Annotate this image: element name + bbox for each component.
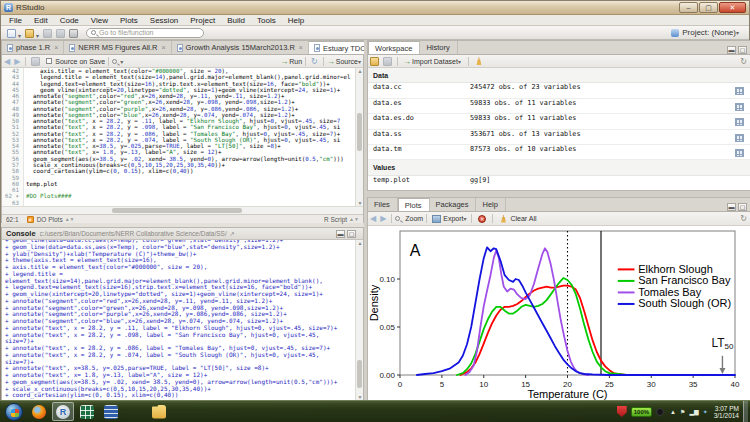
view-data-grid-icon[interactable]: [735, 134, 744, 142]
console-output[interactable]: + geom_line(data=data.cc,aes(x=Temp), co…: [2, 240, 355, 400]
scroll-up-icon[interactable]: ▲: [357, 240, 363, 246]
view-data-grid-icon[interactable]: [735, 103, 744, 111]
action-center-flag-icon[interactable]: ⚑: [680, 408, 685, 415]
close-icon[interactable]: ×: [299, 44, 303, 51]
scroll-up-icon[interactable]: ▲: [357, 68, 363, 74]
console-vertical-scrollbar[interactable]: ▲ ▼: [355, 240, 363, 400]
close-icon[interactable]: ×: [161, 44, 165, 51]
load-workspace-icon[interactable]: [370, 57, 379, 66]
refresh-icon[interactable]: ↻: [740, 214, 750, 223]
taskbar-explorer-button[interactable]: [148, 402, 170, 421]
workspace-object-data.cc[interactable]: data.cc245472 obs. of 23 variables: [368, 83, 750, 98]
maximize-pane-button[interactable]: ▢: [738, 46, 747, 54]
wireless-icon[interactable]: ✦: [703, 408, 708, 415]
open-file-icon[interactable]: [25, 29, 34, 38]
code-editor[interactable]: 4243444546474849505152535455565758596061…: [2, 68, 363, 206]
show-desktop-button[interactable]: [743, 401, 748, 422]
workspace-object-data.es[interactable]: data.es59833 obs. of 11 variables: [368, 99, 750, 114]
start-button[interactable]: [5, 403, 23, 421]
save-icon[interactable]: [31, 57, 40, 66]
menu-project[interactable]: Project: [184, 16, 221, 25]
taskbar-firefox-button[interactable]: [28, 402, 50, 421]
minimize-pane-button[interactable]: ▬: [727, 46, 736, 54]
view-data-grid-icon[interactable]: [735, 87, 744, 95]
console-line: + annotate("text", x = 28.2, y = .074, l…: [5, 352, 355, 359]
minimize-pane-button[interactable]: ▬: [336, 230, 345, 238]
previous-plot-icon[interactable]: ◀: [370, 214, 376, 223]
save-icon[interactable]: [43, 29, 52, 38]
show-hidden-icons-icon[interactable]: ▲: [670, 409, 676, 415]
title-bar[interactable]: R RStudio – ▢ ✕: [1, 1, 749, 15]
rstudio-icon: R: [56, 405, 70, 419]
project-selector[interactable]: Project: (None) ▾: [671, 28, 745, 37]
tab-plots[interactable]: Plots: [398, 198, 430, 211]
view-data-grid-icon[interactable]: [735, 118, 744, 126]
workspace-object-data.ss[interactable]: data.ss353671 obs. of 13 variables: [368, 130, 750, 145]
zoom-plot-button[interactable]: Zoom: [405, 215, 423, 222]
taskbar-rstudio-button[interactable]: R: [52, 402, 74, 421]
editor-vertical-scrollbar[interactable]: ▲ ▼: [355, 68, 363, 206]
close-icon[interactable]: ×: [54, 44, 58, 51]
save-workspace-icon[interactable]: [383, 57, 392, 66]
tab-phase-1-r[interactable]: phase 1.R×: [2, 41, 64, 54]
section-navigator[interactable]: DO Plots: [37, 216, 63, 223]
close-button[interactable]: ✕: [719, 2, 746, 13]
antivirus-tray-icon[interactable]: [617, 406, 627, 417]
save-all-icon[interactable]: [56, 29, 65, 38]
workspace-object-temp.plot[interactable]: temp.plotgg[9]: [368, 176, 750, 190]
rerun-icon[interactable]: ↻: [311, 57, 318, 66]
maximize-pane-button[interactable]: ▢: [347, 230, 356, 238]
minimize-button[interactable]: –: [679, 2, 698, 13]
maximize-pane-button[interactable]: ▢: [738, 203, 747, 211]
minimize-pane-button[interactable]: ▬: [727, 203, 736, 211]
source-on-save-checkbox[interactable]: [46, 58, 52, 64]
popout-icon[interactable]: ↗: [230, 230, 235, 237]
goto-file-input[interactable]: Go to file/function: [86, 28, 204, 38]
menu-view[interactable]: View: [85, 16, 114, 25]
menu-session[interactable]: Session: [144, 16, 184, 25]
tray-app-icon[interactable]: [656, 408, 664, 416]
source-button[interactable]: Source: [336, 58, 358, 65]
network-icon[interactable]: ▂▆: [689, 408, 698, 415]
maximize-button[interactable]: ▢: [699, 2, 718, 13]
run-button[interactable]: Run: [289, 58, 302, 65]
doc-type-selector[interactable]: R Script: [324, 216, 347, 223]
menu-plots[interactable]: Plots: [114, 16, 144, 25]
workspace-object-data.tm[interactable]: data.tm87573 obs. of 10 variables: [368, 145, 750, 160]
tab-files[interactable]: Files: [368, 198, 398, 211]
workspace-object-data.es.do[interactable]: data.es.do59833 obs. of 11 variables: [368, 114, 750, 129]
next-plot-icon[interactable]: ▶: [380, 214, 386, 223]
tab-growth-analysis-15march2013-r[interactable]: Growth Analysis 15March2013.R×: [172, 41, 309, 54]
print-icon[interactable]: [69, 29, 78, 38]
tab-workspace[interactable]: Workspace: [368, 41, 420, 54]
tab-history[interactable]: History: [420, 41, 457, 54]
tab-help[interactable]: Help: [476, 198, 505, 211]
clear-all-plots-button[interactable]: Clear All: [510, 215, 536, 222]
taskbar-clock[interactable]: 3:07 PM 3/1/2014: [714, 405, 739, 419]
forward-icon[interactable]: ▶: [14, 57, 20, 66]
object-name: data.tm: [373, 145, 402, 153]
menu-help[interactable]: Help: [282, 16, 310, 25]
import-dataset-button[interactable]: → Import Dataset ▾: [401, 57, 465, 66]
taskbar-sticky-notes-button[interactable]: [172, 402, 194, 421]
menu-build[interactable]: Build: [221, 16, 251, 25]
taskbar-word-button[interactable]: [100, 402, 122, 421]
view-data-grid-icon[interactable]: [735, 149, 744, 157]
back-icon[interactable]: ◀: [4, 57, 10, 66]
new-file-icon[interactable]: [7, 29, 16, 38]
editor-horizontal-scrollbar[interactable]: [2, 206, 363, 214]
export-plot-button[interactable]: Export: [443, 215, 463, 222]
clock-time: 3:07 PM: [714, 405, 739, 412]
zoom-icon: [395, 216, 400, 221]
windows-taskbar: R 100% ▲ ⚑ ▂▆ ✦ 3:07 PM 3/1/2014: [0, 400, 750, 422]
menu-tools[interactable]: Tools: [251, 16, 282, 25]
battery-indicator[interactable]: 100%: [631, 407, 652, 417]
tab-nerr-ms-figures-all-r[interactable]: NERR MS Figures All.R×: [64, 41, 171, 54]
clear-workspace-icon[interactable]: [475, 57, 483, 65]
taskbar-powerpoint-button[interactable]: [124, 402, 146, 421]
find-icon[interactable]: [112, 59, 117, 64]
refresh-icon[interactable]: ↻: [740, 57, 750, 66]
remove-plot-icon[interactable]: ✕: [478, 215, 486, 223]
taskbar-excel-button[interactable]: [76, 402, 98, 421]
tab-packages[interactable]: Packages: [430, 198, 477, 211]
